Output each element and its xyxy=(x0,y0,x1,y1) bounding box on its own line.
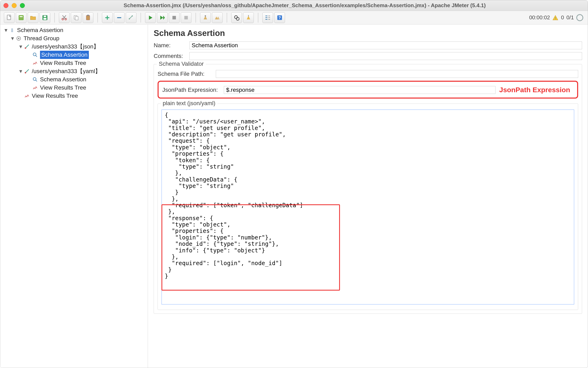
cut-button[interactable] xyxy=(59,12,70,23)
warning-icon[interactable] xyxy=(552,15,559,21)
comments-label: Comments: xyxy=(154,53,184,59)
window-title: Schema-Assertion.jmx (/Users/yeshan/oss_… xyxy=(25,2,585,9)
window-controls xyxy=(3,3,25,8)
minimize-window-button[interactable] xyxy=(12,3,17,8)
tree-label: Schema Assertion xyxy=(17,26,63,34)
svg-rect-15 xyxy=(184,16,188,19)
thread-count: 0/1 xyxy=(566,14,574,21)
comments-input[interactable] xyxy=(189,52,582,60)
toggle-button[interactable] xyxy=(126,12,136,23)
close-window-button[interactable] xyxy=(3,3,9,8)
jsonpath-expression-label: JsonPath Expression: xyxy=(162,87,224,93)
listener-icon xyxy=(32,60,38,66)
toolbar-status: 00:00:02 0 0/1 xyxy=(529,14,586,21)
run-no-pause-button[interactable] xyxy=(157,12,168,23)
tree-toggle-icon[interactable]: ▾ xyxy=(18,67,24,75)
save-button[interactable] xyxy=(40,12,50,23)
tree-panel[interactable]: ▾ Schema Assertion ▾ Thread Group ▾ /use… xyxy=(0,24,148,368)
jsonpath-callout: JsonPath Expression: JsonPath Expression xyxy=(158,81,578,99)
assertion-icon xyxy=(32,52,38,58)
svg-point-13 xyxy=(132,15,133,17)
titlebar: Schema-Assertion.jmx (/Users/yeshan/oss_… xyxy=(0,0,588,11)
tree-thread-group[interactable]: ▾ Thread Group xyxy=(0,34,148,43)
templates-button[interactable] xyxy=(16,12,27,23)
callout-annotation: JsonPath Expression xyxy=(499,86,570,94)
svg-rect-19 xyxy=(266,16,267,16)
tree-toggle-icon[interactable]: ▾ xyxy=(3,26,9,34)
fieldset-legend: Schema Validator xyxy=(157,61,206,67)
sampler-icon xyxy=(24,43,30,50)
tree-label: View Results Tree xyxy=(40,59,86,67)
svg-rect-20 xyxy=(266,17,267,18)
svg-rect-9 xyxy=(75,17,78,20)
jsonpath-expression-input[interactable] xyxy=(224,86,495,94)
name-label: Name: xyxy=(154,42,184,49)
remove-button[interactable] xyxy=(114,12,125,23)
svg-rect-2 xyxy=(20,16,23,17)
name-input[interactable] xyxy=(189,41,582,49)
svg-rect-5 xyxy=(44,18,46,20)
svg-rect-16 xyxy=(205,15,206,17)
tree-label: Schema Assertion xyxy=(40,51,89,59)
tree-schema-assertion-json[interactable]: Schema Assertion xyxy=(0,51,148,59)
add-button[interactable] xyxy=(102,12,113,23)
schema-file-path-label: Schema File Path: xyxy=(158,71,211,77)
schema-file-path-input[interactable] xyxy=(216,70,578,78)
reset-search-button[interactable] xyxy=(243,12,254,23)
tree-label: View Results Tree xyxy=(40,83,86,92)
tree-sampler-yaml[interactable]: ▾ /users/yeshan333【yaml】 xyxy=(0,67,148,75)
toolbar: ? 00:00:02 0 0/1 xyxy=(0,11,588,24)
tree-label: Schema Assertion xyxy=(40,75,86,83)
svg-rect-24 xyxy=(268,19,270,20)
assertion-icon xyxy=(32,76,38,83)
open-file-button[interactable] xyxy=(28,12,38,23)
warning-count: 0 xyxy=(561,14,564,21)
listener-icon xyxy=(24,93,30,99)
tree-toggle-icon[interactable]: ▾ xyxy=(18,43,24,51)
svg-text:?: ? xyxy=(278,15,281,20)
clear-button[interactable] xyxy=(200,12,211,23)
svg-rect-0 xyxy=(7,15,11,20)
svg-point-12 xyxy=(129,18,130,19)
svg-rect-1 xyxy=(19,15,24,20)
svg-point-18 xyxy=(236,17,239,20)
svg-rect-27 xyxy=(555,17,556,18)
svg-rect-22 xyxy=(268,16,270,16)
content-area: ▾ Schema Assertion ▾ Thread Group ▾ /use… xyxy=(0,24,588,368)
tree-label: /users/yeshan333【yaml】 xyxy=(32,67,101,75)
tree-schema-assertion-yaml[interactable]: Schema Assertion xyxy=(0,75,148,83)
clear-all-button[interactable] xyxy=(212,12,223,23)
svg-rect-21 xyxy=(266,19,267,20)
gauge-icon xyxy=(576,14,583,21)
schema-textarea[interactable] xyxy=(161,110,574,304)
main-panel: Schema Assertion Name: Comments: Schema … xyxy=(148,24,588,368)
copy-button[interactable] xyxy=(71,12,81,23)
search-button[interactable] xyxy=(231,12,242,23)
tree-sampler-json[interactable]: ▾ /users/yeshan333【json】 xyxy=(0,43,148,51)
shutdown-button[interactable] xyxy=(181,12,191,23)
page-title: Schema Assertion xyxy=(154,28,582,38)
listener-icon xyxy=(32,84,38,91)
svg-rect-11 xyxy=(87,15,89,16)
tree-toggle-icon[interactable]: ▾ xyxy=(10,34,15,43)
tree-view-results-yaml[interactable]: View Results Tree xyxy=(0,83,148,92)
elapsed-time: 00:00:02 xyxy=(529,14,550,21)
svg-point-35 xyxy=(25,72,26,74)
tree-view-results-json[interactable]: View Results Tree xyxy=(0,59,148,67)
svg-point-33 xyxy=(25,47,26,49)
paste-button[interactable] xyxy=(83,12,93,23)
stop-button[interactable] xyxy=(169,12,179,23)
plain-text-fieldset: plain text (json/yaml) xyxy=(158,103,578,310)
tree-label: Thread Group xyxy=(24,34,59,43)
function-helper-button[interactable] xyxy=(262,12,273,23)
svg-rect-4 xyxy=(44,16,46,17)
testplan-icon xyxy=(9,27,15,34)
tree-root[interactable]: ▾ Schema Assertion xyxy=(0,26,148,34)
fieldset-legend: plain text (json/yaml) xyxy=(161,100,217,107)
maximize-window-button[interactable] xyxy=(20,3,25,8)
new-file-button[interactable] xyxy=(4,12,15,23)
tree-view-results-root[interactable]: View Results Tree xyxy=(0,92,148,100)
run-button[interactable] xyxy=(145,12,156,23)
help-button[interactable]: ? xyxy=(274,12,285,23)
schema-validator-fieldset: Schema Validator Schema File Path: JsonP… xyxy=(154,64,582,314)
